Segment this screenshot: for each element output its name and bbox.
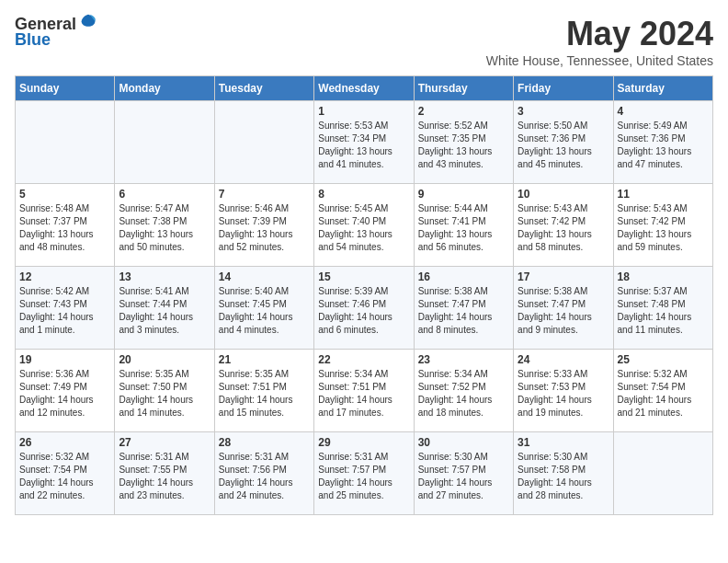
- calendar-week-row: 26Sunrise: 5:32 AM Sunset: 7:54 PM Dayli…: [16, 432, 713, 515]
- calendar-cell: 13Sunrise: 5:41 AM Sunset: 7:44 PM Dayli…: [115, 267, 214, 350]
- day-info: Sunrise: 5:30 AM Sunset: 7:58 PM Dayligh…: [518, 451, 609, 502]
- calendar-cell: 8Sunrise: 5:45 AM Sunset: 7:40 PM Daylig…: [314, 184, 414, 267]
- calendar-cell: 30Sunrise: 5:30 AM Sunset: 7:57 PM Dayli…: [414, 432, 513, 515]
- day-info: Sunrise: 5:34 AM Sunset: 7:51 PM Dayligh…: [318, 368, 409, 419]
- day-number: 12: [19, 270, 110, 283]
- calendar-cell: 18Sunrise: 5:37 AM Sunset: 7:48 PM Dayli…: [613, 267, 712, 350]
- page-header: General Blue May 2024 White House, Tenne…: [15, 15, 713, 68]
- day-number: 5: [19, 188, 110, 201]
- calendar-cell: 17Sunrise: 5:38 AM Sunset: 7:47 PM Dayli…: [514, 267, 613, 350]
- location: White House, Tennessee, United States: [486, 53, 713, 68]
- day-info: Sunrise: 5:31 AM Sunset: 7:56 PM Dayligh…: [219, 451, 310, 502]
- calendar-header-row: SundayMondayTuesdayWednesdayThursdayFrid…: [16, 76, 713, 101]
- day-info: Sunrise: 5:47 AM Sunset: 7:38 PM Dayligh…: [119, 202, 210, 254]
- calendar-cell: 29Sunrise: 5:31 AM Sunset: 7:57 PM Dayli…: [314, 432, 414, 515]
- logo-blue-text: Blue: [15, 30, 51, 50]
- day-number: 7: [219, 188, 310, 201]
- day-info: Sunrise: 5:35 AM Sunset: 7:51 PM Dayligh…: [219, 368, 310, 419]
- calendar-cell: [115, 101, 214, 184]
- day-info: Sunrise: 5:41 AM Sunset: 7:44 PM Dayligh…: [119, 285, 210, 337]
- day-number: 25: [618, 353, 709, 366]
- calendar-cell: [214, 101, 313, 184]
- day-info: Sunrise: 5:53 AM Sunset: 7:34 PM Dayligh…: [318, 120, 409, 171]
- day-number: 10: [518, 188, 609, 201]
- calendar-cell: 19Sunrise: 5:36 AM Sunset: 7:49 PM Dayli…: [16, 350, 115, 432]
- day-info: Sunrise: 5:43 AM Sunset: 7:42 PM Dayligh…: [518, 202, 609, 254]
- calendar-cell: 20Sunrise: 5:35 AM Sunset: 7:50 PM Dayli…: [115, 350, 214, 432]
- day-info: Sunrise: 5:32 AM Sunset: 7:54 PM Dayligh…: [618, 368, 709, 419]
- day-info: Sunrise: 5:34 AM Sunset: 7:52 PM Dayligh…: [418, 368, 509, 419]
- header-day-thursday: Thursday: [414, 76, 513, 101]
- header-day-sunday: Sunday: [16, 76, 115, 101]
- calendar-cell: 11Sunrise: 5:43 AM Sunset: 7:42 PM Dayli…: [613, 184, 712, 267]
- day-number: 14: [219, 270, 310, 283]
- calendar-cell: [613, 432, 712, 515]
- day-info: Sunrise: 5:38 AM Sunset: 7:47 PM Dayligh…: [418, 285, 509, 337]
- header-day-wednesday: Wednesday: [314, 76, 414, 101]
- day-number: 9: [418, 188, 509, 201]
- calendar-cell: 1Sunrise: 5:53 AM Sunset: 7:34 PM Daylig…: [314, 101, 414, 184]
- day-number: 8: [318, 188, 409, 201]
- calendar-cell: 26Sunrise: 5:32 AM Sunset: 7:54 PM Dayli…: [16, 432, 115, 515]
- calendar-cell: 6Sunrise: 5:47 AM Sunset: 7:38 PM Daylig…: [115, 184, 214, 267]
- day-number: 11: [618, 188, 709, 201]
- day-number: 28: [219, 436, 310, 449]
- day-info: Sunrise: 5:50 AM Sunset: 7:36 PM Dayligh…: [518, 120, 609, 171]
- day-number: 20: [119, 353, 210, 366]
- day-number: 15: [318, 270, 409, 283]
- calendar-cell: 9Sunrise: 5:44 AM Sunset: 7:41 PM Daylig…: [414, 184, 513, 267]
- day-info: Sunrise: 5:33 AM Sunset: 7:53 PM Dayligh…: [518, 368, 609, 419]
- calendar-table: SundayMondayTuesdayWednesdayThursdayFrid…: [15, 75, 713, 515]
- day-number: 17: [518, 270, 609, 283]
- day-info: Sunrise: 5:43 AM Sunset: 7:42 PM Dayligh…: [618, 202, 709, 254]
- month-year: May 2024: [486, 15, 713, 53]
- calendar-cell: 15Sunrise: 5:39 AM Sunset: 7:46 PM Dayli…: [314, 267, 414, 350]
- day-info: Sunrise: 5:39 AM Sunset: 7:46 PM Dayligh…: [318, 285, 409, 337]
- day-number: 26: [19, 436, 110, 449]
- calendar-cell: 25Sunrise: 5:32 AM Sunset: 7:54 PM Dayli…: [613, 350, 712, 432]
- day-number: 18: [618, 270, 709, 283]
- day-number: 6: [119, 188, 210, 201]
- day-info: Sunrise: 5:42 AM Sunset: 7:43 PM Dayligh…: [19, 285, 110, 337]
- logo-bird-icon: [78, 13, 98, 33]
- calendar-cell: 7Sunrise: 5:46 AM Sunset: 7:39 PM Daylig…: [214, 184, 313, 267]
- day-info: Sunrise: 5:30 AM Sunset: 7:57 PM Dayligh…: [418, 451, 509, 502]
- day-info: Sunrise: 5:52 AM Sunset: 7:35 PM Dayligh…: [418, 120, 509, 171]
- day-number: 19: [19, 353, 110, 366]
- day-info: Sunrise: 5:44 AM Sunset: 7:41 PM Dayligh…: [418, 202, 509, 254]
- calendar-cell: 12Sunrise: 5:42 AM Sunset: 7:43 PM Dayli…: [16, 267, 115, 350]
- title-block: May 2024 White House, Tennessee, United …: [486, 15, 713, 68]
- day-number: 3: [518, 105, 609, 118]
- logo: General Blue: [15, 15, 98, 50]
- header-day-tuesday: Tuesday: [214, 76, 313, 101]
- calendar-cell: 28Sunrise: 5:31 AM Sunset: 7:56 PM Dayli…: [214, 432, 313, 515]
- calendar-cell: 10Sunrise: 5:43 AM Sunset: 7:42 PM Dayli…: [514, 184, 613, 267]
- calendar-cell: [16, 101, 115, 184]
- calendar-cell: 4Sunrise: 5:49 AM Sunset: 7:36 PM Daylig…: [613, 101, 712, 184]
- day-number: 13: [119, 270, 210, 283]
- day-number: 21: [219, 353, 310, 366]
- calendar-cell: 31Sunrise: 5:30 AM Sunset: 7:58 PM Dayli…: [514, 432, 613, 515]
- day-number: 24: [518, 353, 609, 366]
- day-number: 23: [418, 353, 509, 366]
- calendar-cell: 14Sunrise: 5:40 AM Sunset: 7:45 PM Dayli…: [214, 267, 313, 350]
- day-info: Sunrise: 5:31 AM Sunset: 7:55 PM Dayligh…: [119, 451, 210, 502]
- calendar-cell: 16Sunrise: 5:38 AM Sunset: 7:47 PM Dayli…: [414, 267, 513, 350]
- day-number: 2: [418, 105, 509, 118]
- day-number: 1: [318, 105, 409, 118]
- day-info: Sunrise: 5:35 AM Sunset: 7:50 PM Dayligh…: [119, 368, 210, 419]
- calendar-cell: 21Sunrise: 5:35 AM Sunset: 7:51 PM Dayli…: [214, 350, 313, 432]
- calendar-cell: 2Sunrise: 5:52 AM Sunset: 7:35 PM Daylig…: [414, 101, 513, 184]
- day-info: Sunrise: 5:36 AM Sunset: 7:49 PM Dayligh…: [19, 368, 110, 419]
- day-number: 16: [418, 270, 509, 283]
- calendar-week-row: 5Sunrise: 5:48 AM Sunset: 7:37 PM Daylig…: [16, 184, 713, 267]
- calendar-cell: 3Sunrise: 5:50 AM Sunset: 7:36 PM Daylig…: [514, 101, 613, 184]
- day-number: 29: [318, 436, 409, 449]
- day-info: Sunrise: 5:46 AM Sunset: 7:39 PM Dayligh…: [219, 202, 310, 254]
- calendar-week-row: 19Sunrise: 5:36 AM Sunset: 7:49 PM Dayli…: [16, 350, 713, 432]
- header-day-friday: Friday: [514, 76, 613, 101]
- header-day-saturday: Saturday: [613, 76, 712, 101]
- calendar-cell: 5Sunrise: 5:48 AM Sunset: 7:37 PM Daylig…: [16, 184, 115, 267]
- calendar-cell: 27Sunrise: 5:31 AM Sunset: 7:55 PM Dayli…: [115, 432, 214, 515]
- day-info: Sunrise: 5:31 AM Sunset: 7:57 PM Dayligh…: [318, 451, 409, 502]
